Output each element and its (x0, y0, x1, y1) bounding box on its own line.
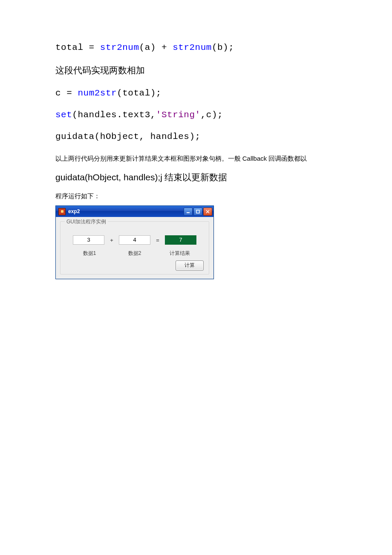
code-func: str2num (173, 43, 212, 52)
code-line-1: total = str2num(a) + str2num(b); (55, 43, 337, 52)
maximize-button[interactable] (193, 208, 202, 216)
code-text: c = (55, 88, 78, 98)
input-data1[interactable]: 3 (73, 235, 104, 245)
code-string: 'String' (156, 110, 201, 120)
explain-text: 结束以更新数据 (162, 172, 227, 182)
group-box: GUI加法程序实例 3 + 4 = 7 数据1 数据2 计算结果 计算 (60, 221, 209, 275)
label-gap (110, 250, 114, 257)
close-icon (206, 210, 210, 214)
code-text: (handles.text3, (72, 110, 156, 120)
minimize-button[interactable] (184, 208, 193, 216)
code-func: set (55, 110, 72, 120)
code-text: (a) + (139, 43, 173, 52)
explanation-line-2: guidata(hObject, handles);j 结束以更新数据 (55, 171, 337, 183)
code-line-4: guidata(hObject, handles); (55, 132, 337, 142)
calculate-button[interactable]: 计算 (176, 260, 204, 271)
code-line-3: set(handles.text3,'String',c); (55, 110, 337, 120)
code-func: str2num (100, 43, 139, 52)
group-label: GUI加法程序实例 (65, 218, 108, 225)
plus-label: + (110, 237, 114, 243)
code-text: (b); (212, 43, 234, 52)
minimize-icon (186, 210, 190, 214)
label-data1: 数据1 (74, 250, 105, 257)
close-button[interactable] (203, 208, 212, 216)
window-title: exp2 (68, 208, 184, 214)
document-page: total = str2num(a) + str2num(b); 这段代码实现两… (0, 0, 392, 301)
code-text: total = (55, 43, 100, 52)
code-text: guidata(hObject, handles); (55, 132, 201, 142)
result-output: 7 (165, 235, 196, 245)
equals-label: = (156, 237, 160, 243)
run-label: 程序运行如下： (55, 191, 337, 201)
explain-text: 以上两行代码分别用来更新计算结果文本框和图形对象句柄。一般 (55, 155, 242, 162)
explain-text: Callback (242, 155, 267, 162)
label-data2: 数据2 (119, 250, 150, 257)
app-icon (58, 208, 66, 215)
code-line-2: c = num2str(total); (55, 88, 337, 98)
inputs-row: 3 + 4 = 7 (64, 235, 205, 245)
code-text: ,c); (201, 110, 223, 120)
explain-text: 回调函数都以 (267, 155, 307, 162)
explanation-line-1: 以上两行代码分别用来更新计算结果文本框和图形对象句柄。一般 Callback 回… (55, 153, 337, 164)
gui-window: exp2 GUI加法程序实例 3 + 4 = (55, 205, 214, 279)
svg-rect-0 (187, 212, 190, 213)
code-comment: 这段代码实现两数相加 (55, 64, 337, 76)
labels-row: 数据1 数据2 计算结果 (64, 250, 205, 257)
window-client: GUI加法程序实例 3 + 4 = 7 数据1 数据2 计算结果 计算 (56, 217, 213, 279)
button-row: 计算 (64, 260, 205, 271)
svg-rect-1 (196, 210, 199, 213)
code-func: num2str (78, 88, 117, 98)
titlebar[interactable]: exp2 (56, 206, 213, 217)
label-result: 计算结果 (164, 250, 195, 257)
input-data2[interactable]: 4 (119, 235, 150, 245)
explain-code: guidata(hObject, handles);j (55, 172, 162, 182)
window-buttons (184, 208, 212, 216)
code-text: (total); (117, 88, 161, 98)
label-gap (155, 250, 159, 257)
maximize-icon (196, 210, 200, 214)
